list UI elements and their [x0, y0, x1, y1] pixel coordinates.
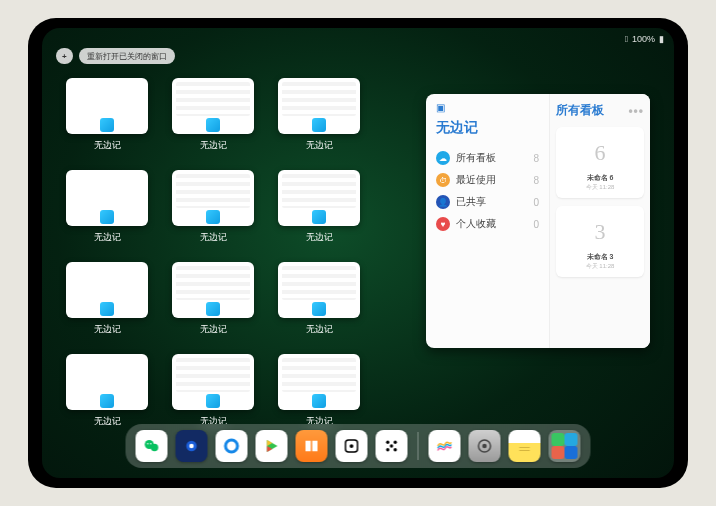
window-thumb[interactable]: 无边记 [278, 262, 360, 336]
svg-point-6 [226, 440, 238, 452]
dock-app-settings[interactable] [469, 430, 501, 462]
window-thumb[interactable]: 无边记 [66, 78, 148, 152]
window-label: 无边记 [200, 139, 227, 152]
sidebar-item-count: 0 [533, 197, 539, 208]
board-sketch: 6 [577, 133, 623, 173]
svg-point-13 [394, 441, 397, 444]
window-thumb[interactable]: 无边记 [66, 170, 148, 244]
window-thumb[interactable]: 无边记 [66, 354, 148, 428]
sidebar-item-icon: ⏱ [436, 173, 450, 187]
window-overview-grid: 无边记无边记无边记无边记无边记无边记无边记无边记无边记无边记无边记无边记 [66, 78, 426, 428]
svg-point-14 [386, 448, 389, 451]
dock-app-browser[interactable] [216, 430, 248, 462]
dock-app-hex[interactable] [376, 430, 408, 462]
dock-app-wechat[interactable] [136, 430, 168, 462]
dock-app-multi[interactable] [549, 430, 581, 462]
window-thumb[interactable]: 无边记 [278, 78, 360, 152]
svg-point-12 [386, 441, 389, 444]
window-label: 无边记 [200, 323, 227, 336]
dock-app-search[interactable] [176, 430, 208, 462]
svg-point-11 [350, 444, 354, 448]
window-thumb[interactable]: 无边记 [172, 78, 254, 152]
wifi-icon: 􀙇 [625, 34, 628, 44]
svg-point-5 [189, 444, 194, 449]
board-title: 未命名 3 [587, 252, 614, 262]
screen: 􀙇 100% ▮ + 重新打开已关闭的窗口 无边记无边记无边记无边记无边记无边记… [42, 28, 674, 478]
dock-app-books[interactable] [296, 430, 328, 462]
board-subtitle: 今天 11:28 [586, 183, 615, 192]
sidebar-item-icon: ♥ [436, 217, 450, 231]
sidebar-item-label: 所有看板 [456, 151, 496, 165]
window-preview[interactable] [66, 262, 148, 318]
window-preview[interactable] [278, 78, 360, 134]
sidebar-item[interactable]: 👤已共享0 [436, 191, 539, 213]
svg-point-3 [150, 443, 152, 445]
panel-boards: 所有看板 ••• 6未命名 6今天 11:283未命名 3今天 11:28 [550, 94, 650, 348]
board-subtitle: 今天 11:28 [586, 262, 615, 271]
window-thumb[interactable]: 无边记 [278, 170, 360, 244]
window-thumb[interactable]: 无边记 [66, 262, 148, 336]
sidebar-item[interactable]: ♥个人收藏0 [436, 213, 539, 235]
dock-app-play[interactable] [256, 430, 288, 462]
sidebar-item-count: 8 [533, 175, 539, 186]
board-card[interactable]: 6未命名 6今天 11:28 [556, 127, 644, 198]
window-preview[interactable] [172, 78, 254, 134]
window-preview[interactable] [66, 170, 148, 226]
dock-app-freeform[interactable] [429, 430, 461, 462]
add-window-button[interactable]: + [56, 48, 73, 64]
window-preview[interactable] [172, 354, 254, 410]
window-preview[interactable] [66, 78, 148, 134]
window-thumb[interactable]: 无边记 [172, 170, 254, 244]
dock-app-notes[interactable] [509, 430, 541, 462]
dock [126, 424, 591, 468]
panel-sidebar: ▣ 无边记 ☁所有看板8⏱最近使用8👤已共享0♥个人收藏0 [426, 94, 550, 348]
ipad-frame: 􀙇 100% ▮ + 重新打开已关闭的窗口 无边记无边记无边记无边记无边记无边记… [28, 18, 688, 488]
battery-label: 100% [632, 34, 655, 44]
panel-right-title: 所有看板 [556, 102, 604, 119]
board-title: 未命名 6 [587, 173, 614, 183]
svg-point-16 [390, 444, 393, 447]
sidebar-item-count: 8 [533, 153, 539, 164]
sidebar-item-label: 已共享 [456, 195, 486, 209]
freeform-panel[interactable]: ▣ 无边记 ☁所有看板8⏱最近使用8👤已共享0♥个人收藏0 所有看板 ••• 6… [426, 94, 650, 348]
window-thumb[interactable]: 无边记 [172, 354, 254, 428]
sidebar-item[interactable]: ⏱最近使用8 [436, 169, 539, 191]
status-bar: 􀙇 100% ▮ [52, 32, 664, 46]
dock-app-dice[interactable] [336, 430, 368, 462]
sidebar-item-count: 0 [533, 219, 539, 230]
panel-topbar: ▣ [436, 102, 539, 113]
svg-point-1 [151, 444, 159, 452]
top-pills: + 重新打开已关闭的窗口 [56, 48, 175, 64]
dock-separator [418, 432, 419, 460]
window-label: 无边记 [306, 139, 333, 152]
window-label: 无边记 [94, 139, 121, 152]
panel-app-title: 无边记 [436, 119, 539, 137]
window-preview[interactable] [66, 354, 148, 410]
sidebar-item-label: 个人收藏 [456, 217, 496, 231]
window-preview[interactable] [278, 262, 360, 318]
svg-point-2 [147, 443, 149, 445]
window-thumb[interactable]: 无边记 [278, 354, 360, 428]
reopen-closed-window-button[interactable]: 重新打开已关闭的窗口 [79, 48, 175, 64]
sidebar-item[interactable]: ☁所有看板8 [436, 147, 539, 169]
sidebar-item-label: 最近使用 [456, 173, 496, 187]
window-preview[interactable] [278, 170, 360, 226]
svg-point-18 [482, 444, 487, 449]
more-icon[interactable]: ••• [628, 104, 644, 118]
window-thumb[interactable]: 无边记 [172, 262, 254, 336]
window-preview[interactable] [172, 262, 254, 318]
sidebar-item-icon: ☁ [436, 151, 450, 165]
battery-icon: ▮ [659, 34, 664, 44]
window-label: 无边记 [94, 231, 121, 244]
window-label: 无边记 [306, 231, 333, 244]
status-right: 􀙇 100% ▮ [625, 34, 664, 44]
window-preview[interactable] [278, 354, 360, 410]
board-card[interactable]: 3未命名 3今天 11:28 [556, 206, 644, 277]
window-label: 无边记 [94, 323, 121, 336]
window-label: 无边记 [200, 231, 227, 244]
window-label: 无边记 [306, 323, 333, 336]
sidebar-icon[interactable]: ▣ [436, 102, 445, 113]
window-preview[interactable] [172, 170, 254, 226]
sidebar-item-icon: 👤 [436, 195, 450, 209]
svg-point-15 [394, 448, 397, 451]
